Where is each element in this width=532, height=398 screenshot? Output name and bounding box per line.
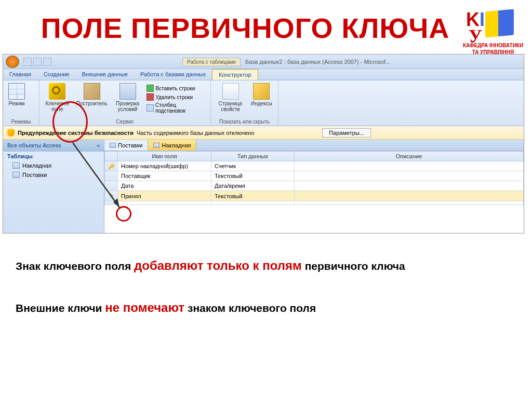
indexes-button[interactable]: Индексы [249,82,274,107]
qat-save-icon[interactable] [23,58,32,66]
tab-database-tools[interactable]: Работа с базами данных [134,69,212,80]
delete-rows-label: Удалить строки [155,94,193,100]
primary-key-indicator-icon: 🔑 [108,163,114,169]
row-selector[interactable] [105,201,118,205]
table-row[interactable]: ✎ Принял Текстовый [105,191,524,201]
nav-item-label: Поставки [22,172,47,178]
logo-letters: KIУ [466,11,485,45]
tab-design[interactable]: Конструктор [212,69,258,80]
column-header-fieldname[interactable]: Имя поля [118,152,211,161]
slide-title: ПОЛЕ ПЕРВИЧНОГО КЛЮЧА [0,0,532,51]
field-name-cell[interactable]: Номер накладной(шифр) [118,161,211,171]
doc-tab-postavki[interactable]: Поставки [104,140,148,150]
data-type-cell[interactable]: Счетчик [211,161,295,171]
group-showhide-label: Показать или скрыть [211,119,278,125]
description-cell[interactable] [295,201,524,205]
table-row[interactable]: Дата Дата/время [105,181,524,191]
delete-rows-button[interactable]: Удалить строки [145,93,207,101]
text-line2-emphasis: не помечают [105,300,184,314]
doc-tab-label: Поставки [118,142,142,148]
titlebar-window-title: Работа с таблицами База данных2 : база д… [51,59,521,65]
security-warning-title: Предупреждение системы безопасности [18,130,134,136]
logo-book-icon [485,9,514,38]
table-icon [12,172,20,178]
row-selector[interactable]: ✎ [105,191,118,201]
row-selector-header [105,152,118,161]
key-icon [49,83,65,100]
field-name-cell[interactable]: Дата [118,181,211,191]
nav-item-nakladnaya[interactable]: Накладная [3,161,104,170]
lookup-column-button[interactable]: Столбец подстановок [145,102,207,114]
view-button[interactable]: Режим [6,82,27,107]
access-window: Работа с таблицами База данных2 : база д… [3,54,524,234]
tab-external-data[interactable]: Внешние данные [76,69,134,80]
row-selector[interactable] [105,181,118,191]
builder-label: Построитель [76,101,108,106]
data-type-cell[interactable] [211,201,295,205]
primary-key-button[interactable]: Ключевое поле [43,82,72,113]
document-area: Поставки Накладная Имя поля Тип данных О… [104,140,524,233]
doc-tab-label: Накладная [162,142,191,148]
text-line1-post: первичного ключа [302,260,405,272]
chevron-left-icon[interactable]: « [97,142,100,148]
table-row[interactable]: 🔑 Номер накладной(шифр) Счетчик [105,161,524,171]
insert-rows-label: Вставить строки [155,86,195,91]
description-cell[interactable] [295,161,524,171]
data-type-cell[interactable]: Текстовый [211,171,295,181]
lookup-column-icon [147,104,154,112]
ribbon-content: Режим Режимы Ключевое поле Построитель П… [3,80,524,126]
nav-pane-header[interactable]: Все объекты Access « [3,140,104,152]
validation-button[interactable]: Проверка условий [112,82,144,113]
security-warning-message: Часть содержимого базы данных отключено [137,130,255,136]
doc-tab-nakladnaya[interactable]: Накладная [148,140,196,150]
insert-rows-button[interactable]: Вставить строки [145,84,207,92]
text-line2-post: знаком ключевого поля [184,302,316,314]
logo-block: KIУ КАФЕДРА ІННОВАТИКИ ТА УПРАВЛІННЯ [462,5,524,55]
qat-undo-icon[interactable] [33,58,42,66]
property-sheet-button[interactable]: Страница свойств [214,82,247,113]
group-modes-label: Режимы [3,119,39,125]
row-selector[interactable] [105,171,118,181]
view-button-label: Режим [9,101,25,106]
field-name-cell[interactable]: Принял [118,191,211,201]
validation-icon [119,83,136,100]
field-design-grid: Имя поля Тип данных Описание 🔑 Номер нак… [104,151,524,205]
insert-rows-icon [147,85,154,92]
quick-access-toolbar [23,58,51,66]
title-bar: Работа с таблицами База данных2 : база д… [3,54,524,69]
field-name-cell[interactable] [118,201,211,205]
context-tab-label: Работа с таблицами [182,58,241,66]
primary-key-label: Ключевое поле [45,101,70,112]
tab-home[interactable]: Главная [3,69,37,80]
shield-icon [7,129,15,136]
window-title-text: База данных2 : база данных (Access 2007)… [245,59,390,65]
table-row[interactable]: Поставщик Текстовый [105,171,524,181]
office-button[interactable] [6,56,19,68]
nav-item-postavki[interactable]: Поставки [3,170,104,180]
text-line2-pre: Внешние ключи [16,302,105,314]
validation-label: Проверка условий [114,101,142,112]
table-row[interactable] [105,201,524,205]
datasheet-view-icon [8,83,25,100]
builder-button[interactable]: Построитель [74,82,110,107]
column-header-datatype[interactable]: Тип данных [211,152,295,161]
qat-redo-icon[interactable] [43,58,51,66]
nav-item-label: Накладная [22,162,51,169]
property-sheet-icon [222,83,239,100]
tab-create[interactable]: Создание [37,69,76,80]
document-tabs: Поставки Накладная [104,140,524,151]
description-cell[interactable] [295,181,524,191]
navigation-pane: Все объекты Access « Таблицы Накладная П… [3,140,104,233]
description-cell[interactable] [295,191,524,201]
indexes-label: Индексы [251,101,272,106]
security-options-button[interactable]: Параметры... [322,128,371,138]
data-type-cell[interactable]: Текстовый [211,191,295,201]
description-cell[interactable] [295,171,524,181]
data-type-cell[interactable]: Дата/время [211,181,295,191]
column-header-description[interactable]: Описание [295,152,524,161]
slide-body-text: Знак ключевого поля добавляют только к п… [0,244,532,329]
field-name-cell[interactable]: Поставщик [118,171,211,181]
builder-icon [84,83,100,100]
row-selector[interactable]: 🔑 [105,161,118,171]
nav-section-tables[interactable]: Таблицы [3,152,104,161]
